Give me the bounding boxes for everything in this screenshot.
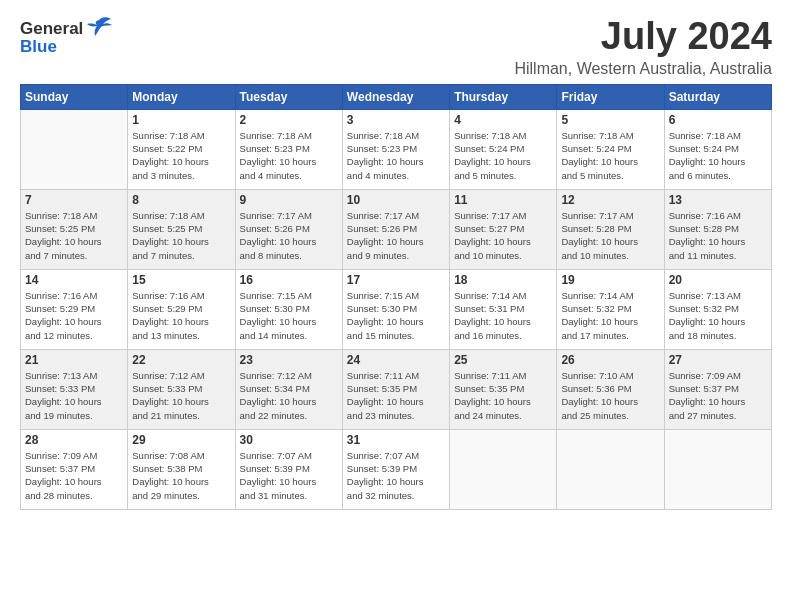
table-row: 2Sunrise: 7:18 AMSunset: 5:23 PMDaylight… xyxy=(235,109,342,189)
table-row: 3Sunrise: 7:18 AMSunset: 5:23 PMDaylight… xyxy=(342,109,449,189)
logo-bird-icon xyxy=(85,16,113,41)
day-info: Sunrise: 7:16 AMSunset: 5:28 PMDaylight:… xyxy=(669,209,767,262)
day-info: Sunrise: 7:17 AMSunset: 5:26 PMDaylight:… xyxy=(347,209,445,262)
table-row: 28Sunrise: 7:09 AMSunset: 5:37 PMDayligh… xyxy=(21,429,128,509)
day-info: Sunrise: 7:18 AMSunset: 5:24 PMDaylight:… xyxy=(669,129,767,182)
day-info: Sunrise: 7:10 AMSunset: 5:36 PMDaylight:… xyxy=(561,369,659,422)
day-number: 5 xyxy=(561,113,659,127)
table-row: 30Sunrise: 7:07 AMSunset: 5:39 PMDayligh… xyxy=(235,429,342,509)
header-tuesday: Tuesday xyxy=(235,84,342,109)
day-number: 24 xyxy=(347,353,445,367)
day-info: Sunrise: 7:16 AMSunset: 5:29 PMDaylight:… xyxy=(132,289,230,342)
day-number: 12 xyxy=(561,193,659,207)
table-row: 27Sunrise: 7:09 AMSunset: 5:37 PMDayligh… xyxy=(664,349,771,429)
day-number: 6 xyxy=(669,113,767,127)
day-number: 31 xyxy=(347,433,445,447)
day-info: Sunrise: 7:17 AMSunset: 5:27 PMDaylight:… xyxy=(454,209,552,262)
header-monday: Monday xyxy=(128,84,235,109)
day-info: Sunrise: 7:14 AMSunset: 5:32 PMDaylight:… xyxy=(561,289,659,342)
table-row: 7Sunrise: 7:18 AMSunset: 5:25 PMDaylight… xyxy=(21,189,128,269)
day-number: 1 xyxy=(132,113,230,127)
header: General Blue July 2024 Hillman, Western … xyxy=(20,16,772,78)
day-info: Sunrise: 7:13 AMSunset: 5:33 PMDaylight:… xyxy=(25,369,123,422)
logo-general: General xyxy=(20,19,83,39)
day-number: 25 xyxy=(454,353,552,367)
day-number: 20 xyxy=(669,273,767,287)
day-number: 26 xyxy=(561,353,659,367)
day-info: Sunrise: 7:14 AMSunset: 5:31 PMDaylight:… xyxy=(454,289,552,342)
table-row: 22Sunrise: 7:12 AMSunset: 5:33 PMDayligh… xyxy=(128,349,235,429)
day-number: 27 xyxy=(669,353,767,367)
day-info: Sunrise: 7:17 AMSunset: 5:28 PMDaylight:… xyxy=(561,209,659,262)
calendar-week-row: 14Sunrise: 7:16 AMSunset: 5:29 PMDayligh… xyxy=(21,269,772,349)
table-row: 24Sunrise: 7:11 AMSunset: 5:35 PMDayligh… xyxy=(342,349,449,429)
table-row: 15Sunrise: 7:16 AMSunset: 5:29 PMDayligh… xyxy=(128,269,235,349)
day-number: 18 xyxy=(454,273,552,287)
day-number: 4 xyxy=(454,113,552,127)
title-block: July 2024 Hillman, Western Australia, Au… xyxy=(514,16,772,78)
calendar-week-row: 7Sunrise: 7:18 AMSunset: 5:25 PMDaylight… xyxy=(21,189,772,269)
day-number: 9 xyxy=(240,193,338,207)
day-info: Sunrise: 7:17 AMSunset: 5:26 PMDaylight:… xyxy=(240,209,338,262)
day-number: 28 xyxy=(25,433,123,447)
day-number: 14 xyxy=(25,273,123,287)
table-row: 26Sunrise: 7:10 AMSunset: 5:36 PMDayligh… xyxy=(557,349,664,429)
day-number: 30 xyxy=(240,433,338,447)
day-info: Sunrise: 7:18 AMSunset: 5:24 PMDaylight:… xyxy=(454,129,552,182)
table-row: 16Sunrise: 7:15 AMSunset: 5:30 PMDayligh… xyxy=(235,269,342,349)
day-number: 10 xyxy=(347,193,445,207)
day-number: 11 xyxy=(454,193,552,207)
day-info: Sunrise: 7:15 AMSunset: 5:30 PMDaylight:… xyxy=(240,289,338,342)
day-number: 13 xyxy=(669,193,767,207)
table-row xyxy=(21,109,128,189)
table-row: 17Sunrise: 7:15 AMSunset: 5:30 PMDayligh… xyxy=(342,269,449,349)
day-info: Sunrise: 7:12 AMSunset: 5:33 PMDaylight:… xyxy=(132,369,230,422)
day-info: Sunrise: 7:13 AMSunset: 5:32 PMDaylight:… xyxy=(669,289,767,342)
day-number: 21 xyxy=(25,353,123,367)
day-number: 2 xyxy=(240,113,338,127)
table-row: 19Sunrise: 7:14 AMSunset: 5:32 PMDayligh… xyxy=(557,269,664,349)
day-info: Sunrise: 7:18 AMSunset: 5:25 PMDaylight:… xyxy=(132,209,230,262)
day-number: 19 xyxy=(561,273,659,287)
day-info: Sunrise: 7:18 AMSunset: 5:25 PMDaylight:… xyxy=(25,209,123,262)
day-info: Sunrise: 7:09 AMSunset: 5:37 PMDaylight:… xyxy=(669,369,767,422)
table-row: 14Sunrise: 7:16 AMSunset: 5:29 PMDayligh… xyxy=(21,269,128,349)
table-row: 11Sunrise: 7:17 AMSunset: 5:27 PMDayligh… xyxy=(450,189,557,269)
day-info: Sunrise: 7:07 AMSunset: 5:39 PMDaylight:… xyxy=(347,449,445,502)
main-title: July 2024 xyxy=(514,16,772,58)
day-number: 3 xyxy=(347,113,445,127)
day-info: Sunrise: 7:18 AMSunset: 5:24 PMDaylight:… xyxy=(561,129,659,182)
header-saturday: Saturday xyxy=(664,84,771,109)
calendar-week-row: 21Sunrise: 7:13 AMSunset: 5:33 PMDayligh… xyxy=(21,349,772,429)
table-row: 13Sunrise: 7:16 AMSunset: 5:28 PMDayligh… xyxy=(664,189,771,269)
day-number: 23 xyxy=(240,353,338,367)
day-info: Sunrise: 7:07 AMSunset: 5:39 PMDaylight:… xyxy=(240,449,338,502)
day-info: Sunrise: 7:18 AMSunset: 5:23 PMDaylight:… xyxy=(240,129,338,182)
table-row: 29Sunrise: 7:08 AMSunset: 5:38 PMDayligh… xyxy=(128,429,235,509)
calendar-header-row: Sunday Monday Tuesday Wednesday Thursday… xyxy=(21,84,772,109)
table-row: 5Sunrise: 7:18 AMSunset: 5:24 PMDaylight… xyxy=(557,109,664,189)
table-row: 25Sunrise: 7:11 AMSunset: 5:35 PMDayligh… xyxy=(450,349,557,429)
day-info: Sunrise: 7:12 AMSunset: 5:34 PMDaylight:… xyxy=(240,369,338,422)
table-row: 4Sunrise: 7:18 AMSunset: 5:24 PMDaylight… xyxy=(450,109,557,189)
day-info: Sunrise: 7:08 AMSunset: 5:38 PMDaylight:… xyxy=(132,449,230,502)
day-number: 8 xyxy=(132,193,230,207)
table-row: 9Sunrise: 7:17 AMSunset: 5:26 PMDaylight… xyxy=(235,189,342,269)
table-row: 23Sunrise: 7:12 AMSunset: 5:34 PMDayligh… xyxy=(235,349,342,429)
calendar: Sunday Monday Tuesday Wednesday Thursday… xyxy=(20,84,772,510)
day-number: 15 xyxy=(132,273,230,287)
table-row xyxy=(664,429,771,509)
day-number: 29 xyxy=(132,433,230,447)
table-row: 10Sunrise: 7:17 AMSunset: 5:26 PMDayligh… xyxy=(342,189,449,269)
header-thursday: Thursday xyxy=(450,84,557,109)
day-number: 16 xyxy=(240,273,338,287)
table-row: 12Sunrise: 7:17 AMSunset: 5:28 PMDayligh… xyxy=(557,189,664,269)
day-info: Sunrise: 7:11 AMSunset: 5:35 PMDaylight:… xyxy=(454,369,552,422)
calendar-week-row: 1Sunrise: 7:18 AMSunset: 5:22 PMDaylight… xyxy=(21,109,772,189)
table-row: 6Sunrise: 7:18 AMSunset: 5:24 PMDaylight… xyxy=(664,109,771,189)
calendar-week-row: 28Sunrise: 7:09 AMSunset: 5:37 PMDayligh… xyxy=(21,429,772,509)
day-number: 7 xyxy=(25,193,123,207)
table-row: 18Sunrise: 7:14 AMSunset: 5:31 PMDayligh… xyxy=(450,269,557,349)
day-number: 22 xyxy=(132,353,230,367)
day-number: 17 xyxy=(347,273,445,287)
